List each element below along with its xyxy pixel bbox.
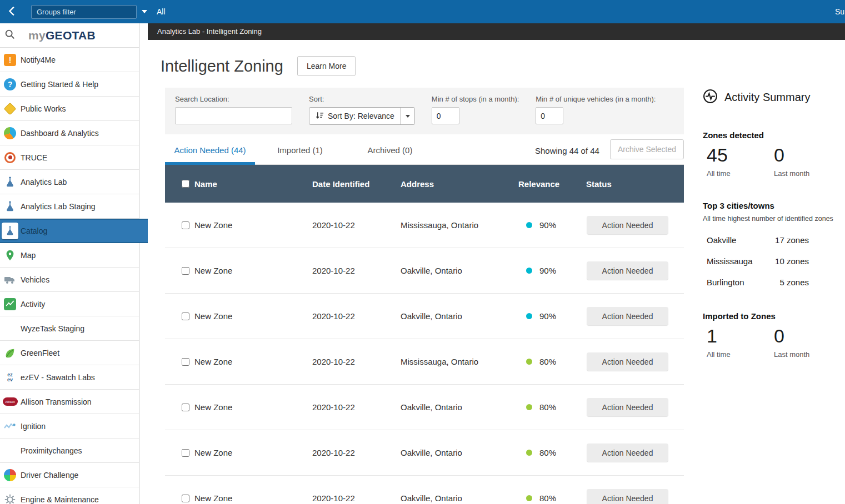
center-column: Intelligent Zoning Learn More Search Loc… bbox=[148, 40, 684, 504]
sidebar-item-dashboard-analytics[interactable]: Dashboard & Analytics bbox=[0, 121, 139, 145]
relevance-value: 80% bbox=[539, 402, 556, 412]
allison-icon: Allison bbox=[2, 394, 18, 410]
min-stops-group: Min # of stops (in a month): bbox=[432, 95, 519, 125]
dashboard-analytics-icon bbox=[2, 125, 18, 141]
tabs-row: Action Needed (44) Imported (1) Archived… bbox=[165, 137, 684, 165]
map-pin-icon bbox=[2, 248, 18, 263]
zones-table: Name Date Identified Address Relevance S… bbox=[165, 165, 684, 504]
back-button[interactable] bbox=[0, 0, 26, 23]
sidebar-item-map[interactable]: Map bbox=[0, 243, 139, 268]
sort-caret-button[interactable] bbox=[401, 108, 414, 124]
sort-group: Sort: Sort By: Relevance bbox=[309, 95, 415, 125]
chevron-down-icon bbox=[406, 115, 410, 118]
row-checkbox[interactable] bbox=[182, 221, 189, 229]
row-checkbox[interactable] bbox=[182, 495, 189, 502]
mygeotab-app: Groups filter All Su myGEOTAB ! Notify4M… bbox=[0, 0, 845, 504]
back-chevron-icon bbox=[7, 5, 19, 19]
sort-label: Sort: bbox=[309, 95, 415, 103]
tab-action-needed[interactable]: Action Needed (44) bbox=[165, 137, 255, 165]
status-button[interactable]: Action Needed bbox=[587, 352, 668, 371]
sidebar-item-driver-challenge[interactable]: Driver Challenge bbox=[0, 463, 139, 487]
sidebar-item-truce[interactable]: TRUCE bbox=[0, 145, 139, 170]
sidebar-item-analytics-lab[interactable]: Analytics Lab bbox=[0, 170, 139, 194]
imported-all-time-label: All time bbox=[707, 350, 770, 359]
min-vehicles-input[interactable] bbox=[536, 107, 563, 124]
column-header-date-identified: Date Identified bbox=[297, 179, 386, 189]
sidebar-item-proximitychanges[interactable]: Proximitychanges bbox=[0, 439, 139, 463]
zones-last-month-value: 0 bbox=[774, 144, 845, 166]
sort-dropdown[interactable]: Sort By: Relevance bbox=[309, 107, 415, 125]
table-row: New Zone 2020-10-22 Oakville, Ontario 90… bbox=[165, 294, 684, 339]
city-zone-count: 5 zones bbox=[779, 278, 809, 287]
sidebar-item-catalog[interactable]: Catalog bbox=[0, 219, 148, 243]
status-button[interactable]: Action Needed bbox=[587, 489, 668, 504]
flask-icon bbox=[2, 223, 18, 239]
topbar-right-clipped-label[interactable]: Su bbox=[835, 7, 844, 16]
public-works-icon bbox=[2, 101, 18, 117]
zones-all-time-label: All time bbox=[707, 169, 770, 178]
mygeotab-logo[interactable]: myGEOTAB bbox=[28, 29, 96, 42]
sidebar-header: myGEOTAB bbox=[0, 23, 139, 48]
imported-all-time-value: 1 bbox=[707, 325, 770, 347]
sidebar-item-greenfleet[interactable]: GreenFleet bbox=[0, 341, 139, 365]
zone-address: Oakville, Ontario bbox=[386, 266, 504, 275]
city-row: Burlington 5 zones bbox=[703, 271, 809, 293]
sidebar-item-getting-started-help[interactable]: ? Getting Started & Help bbox=[0, 72, 139, 97]
column-header-status: Status bbox=[571, 179, 684, 189]
table-body: New Zone 2020-10-22 Mississauga, Ontario… bbox=[165, 203, 684, 504]
table-row: New Zone 2020-10-22 Oakville, Ontario 80… bbox=[165, 385, 684, 430]
min-stops-input[interactable] bbox=[432, 107, 459, 124]
logo-my: my bbox=[28, 29, 46, 42]
archive-selected-button[interactable]: Archive Selected bbox=[610, 139, 684, 159]
groups-filter-input[interactable]: Groups filter bbox=[31, 5, 137, 19]
engine-gear-icon bbox=[2, 492, 18, 504]
sidebar-item-activity[interactable]: Activity bbox=[0, 292, 139, 316]
status-button[interactable]: Action Needed bbox=[587, 216, 668, 234]
zone-name: New Zone bbox=[194, 311, 232, 321]
table-row: New Zone 2020-10-22 Oakville, Ontario 90… bbox=[165, 248, 684, 294]
zones-detected-heading: Zones detected bbox=[703, 130, 845, 140]
sidebar-item-notify4me[interactable]: ! Notify4Me bbox=[0, 48, 139, 72]
status-button[interactable]: Action Needed bbox=[587, 307, 668, 325]
sidebar-item-public-works[interactable]: Public Works bbox=[0, 97, 139, 121]
learn-more-button[interactable]: Learn More bbox=[297, 56, 356, 76]
driver-challenge-icon bbox=[2, 467, 18, 483]
sidebar-item-ezev-sawatch-labs[interactable]: ezev ezEV - Sawatch Labs bbox=[0, 365, 139, 390]
min-vehicles-group: Min # of unique vehicles (in a month): bbox=[536, 95, 656, 125]
status-button[interactable]: Action Needed bbox=[587, 261, 668, 280]
sidebar-item-ignition[interactable]: Ignition bbox=[0, 414, 139, 439]
tab-imported[interactable]: Imported (1) bbox=[255, 137, 345, 165]
zone-date: 2020-10-22 bbox=[297, 402, 386, 412]
relevance-dot bbox=[526, 404, 532, 410]
city-name: Mississauga bbox=[707, 256, 753, 266]
app-body: myGEOTAB ! Notify4Me ? Getting Started &… bbox=[0, 23, 845, 504]
status-button[interactable]: Action Needed bbox=[587, 398, 668, 416]
sidebar-item-allison-transmission[interactable]: Allison Allison Transmission bbox=[0, 390, 139, 414]
column-header-relevance: Relevance bbox=[504, 179, 571, 189]
row-checkbox[interactable] bbox=[182, 313, 189, 320]
activity-summary-title: Activity Summary bbox=[724, 91, 810, 104]
status-button[interactable]: Action Needed bbox=[587, 443, 668, 462]
row-checkbox[interactable] bbox=[182, 358, 189, 366]
sidebar-item-analytics-lab-staging[interactable]: Analytics Lab Staging bbox=[0, 194, 139, 219]
tab-archived[interactable]: Archived (0) bbox=[345, 137, 435, 165]
help-icon: ? bbox=[2, 77, 18, 92]
relevance-dot bbox=[526, 359, 532, 365]
groups-filter-caret-icon[interactable] bbox=[142, 10, 147, 13]
select-all-checkbox[interactable] bbox=[182, 180, 189, 188]
min-vehicles-label: Min # of unique vehicles (in a month): bbox=[536, 95, 656, 103]
sidebar-item-wyzetask-staging[interactable]: WyzeTask Staging bbox=[0, 316, 139, 341]
imported-zones-heading: Imported to Zones bbox=[703, 311, 845, 321]
search-location-input[interactable] bbox=[175, 107, 292, 124]
sidebar-item-engine-maintenance[interactable]: Engine & Maintenance bbox=[0, 487, 139, 504]
zone-date: 2020-10-22 bbox=[297, 448, 386, 457]
notify4me-icon: ! bbox=[2, 52, 18, 68]
row-checkbox[interactable] bbox=[182, 449, 189, 457]
row-checkbox[interactable] bbox=[182, 267, 189, 275]
min-stops-label: Min # of stops (in a month): bbox=[432, 95, 519, 103]
relevance-value: 80% bbox=[539, 357, 556, 366]
search-icon[interactable] bbox=[4, 28, 16, 43]
sidebar-item-vehicles[interactable]: Vehicles bbox=[0, 268, 139, 292]
row-checkbox[interactable] bbox=[182, 404, 189, 411]
city-name: Oakville bbox=[707, 235, 736, 245]
